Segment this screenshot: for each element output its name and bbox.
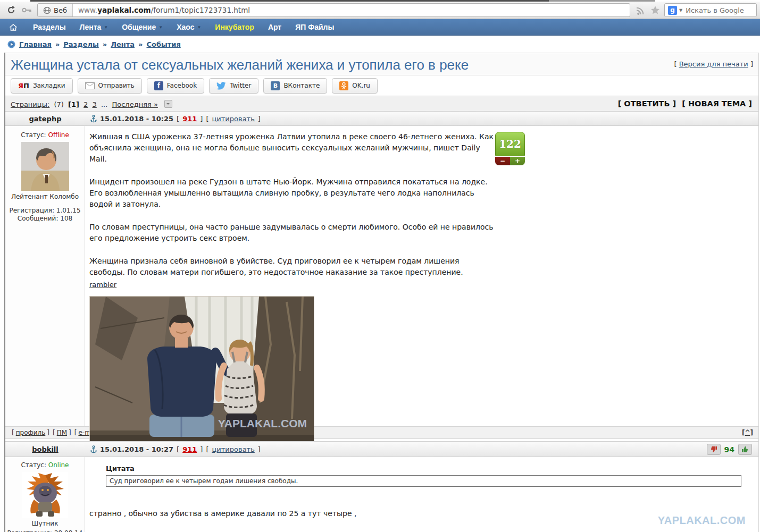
- quote-box: Суд приговорил ее к четырем годам лишени…: [106, 475, 741, 487]
- post2-comment: странно , обычно за убиства в америке да…: [89, 509, 748, 518]
- home-icon[interactable]: [7, 21, 19, 33]
- tab-edge-light: [549, 0, 655, 2]
- post2-user-title: Шутник: [5, 520, 85, 527]
- nav-item-lenta[interactable]: Лента▼: [80, 23, 108, 31]
- post1-content: 122 − + Жившая в США уроженка 37-летняя …: [85, 126, 758, 426]
- twitter-share-button[interactable]: Twitter: [209, 78, 258, 94]
- new-topic-button[interactable]: [ НОВАЯ ТЕМА ]: [682, 99, 752, 108]
- post2-vote-box: 94: [707, 444, 752, 455]
- post1-user-stats: Регистрация: 1.01.15 Сообщений: 108: [5, 207, 85, 223]
- bookmark-star-icon[interactable]: [649, 4, 661, 16]
- url-text: www.yaplakal.com/forum1/topic1723731.htm…: [73, 6, 255, 14]
- pages-label[interactable]: Страницы:: [11, 100, 49, 108]
- pages-count: (7): [54, 100, 63, 108]
- pages-ellipsis: ...: [101, 100, 107, 108]
- search-input[interactable]: [684, 6, 753, 15]
- nav-item-razdely[interactable]: Разделы: [33, 23, 66, 31]
- post1-date: 15.01.2018 - 10:25: [100, 115, 173, 123]
- post-rating-widget: 122 − +: [495, 132, 525, 165]
- post2-author-link[interactable]: bobkill: [32, 445, 59, 453]
- nav-item-khaos[interactable]: Хаос▼: [177, 23, 201, 31]
- topic-title-panel: Женщина устала от сексуальных желаний же…: [5, 53, 758, 75]
- post1-avatar: [21, 142, 69, 191]
- post2-number-link[interactable]: 911: [182, 445, 197, 453]
- reload-icon[interactable]: [5, 4, 17, 16]
- chevron-down-icon: ▼: [197, 25, 201, 30]
- last-page-link[interactable]: Последняя »: [112, 100, 157, 108]
- facebook-icon: f: [154, 81, 163, 90]
- post1-paragraph: По словам преступницы, она часто раньше …: [89, 222, 495, 244]
- post2-registration: Регистрация: 28.08.14: [5, 529, 85, 532]
- back-to-top-link[interactable]: [^]: [742, 429, 753, 436]
- page-2-link[interactable]: 2: [83, 100, 88, 108]
- profile-link[interactable]: профиль: [16, 429, 46, 436]
- post1-paragraph: Инцидент произошел на реке Гудзон в штат…: [89, 176, 495, 210]
- thumb-up-button[interactable]: [738, 444, 752, 455]
- post1-message-count: Сообщений: 108: [5, 215, 85, 223]
- post1-photo: YAPLAKAL.COM: [89, 296, 314, 446]
- breadcrumb-separator: »: [138, 40, 143, 48]
- nav-item-obshchenie[interactable]: Общение▼: [122, 23, 163, 31]
- open-all-pages-icon[interactable]: [164, 100, 172, 108]
- ok-share-button[interactable]: OK.ru: [332, 78, 378, 94]
- post1-quote-link[interactable]: цитировать: [212, 115, 254, 123]
- rate-minus-button[interactable]: −: [495, 157, 510, 165]
- breadcrumb-separator: »: [103, 40, 107, 48]
- globe-icon: [43, 6, 51, 14]
- yap-logo-icon: ЯП: [18, 82, 29, 90]
- vkontakte-icon: В: [271, 81, 280, 90]
- site-identity-label: Веб: [54, 6, 67, 14]
- browser-toolbar: Веб www.yaplakal.com/forum1/topic1723731…: [0, 2, 760, 19]
- send-button[interactable]: Отправить: [78, 78, 142, 94]
- print-version-link[interactable]: Версия для печати: [679, 60, 748, 68]
- status-online-badge: Online: [48, 461, 69, 469]
- page-title: Женщина устала от сексуальных желаний же…: [5, 53, 758, 73]
- content-frame: Женщина устала от сексуальных желаний же…: [4, 53, 759, 532]
- page-3-link[interactable]: 3: [93, 100, 97, 108]
- post1-author-link[interactable]: gatephp: [29, 115, 62, 123]
- pm-link[interactable]: ПМ: [57, 429, 67, 436]
- post1-registration: Регистрация: 1.01.15: [5, 207, 85, 215]
- breadcrumb-home[interactable]: Главная: [19, 40, 52, 48]
- url-bar[interactable]: Веб www.yaplakal.com/forum1/topic1723731…: [37, 3, 630, 17]
- browser-tabstrip: [0, 0, 760, 2]
- envelope-icon: [85, 82, 95, 89]
- post1-number-link[interactable]: 911: [182, 115, 197, 123]
- breadcrumb-razdely[interactable]: Разделы: [63, 40, 98, 48]
- nav-item-art[interactable]: Арт: [268, 23, 281, 31]
- anchor-permalink-icon[interactable]: [90, 115, 97, 123]
- rate-plus-button[interactable]: +: [510, 157, 525, 165]
- search-engine-caret-icon[interactable]: ▼: [679, 8, 682, 13]
- twitter-icon: [216, 82, 226, 90]
- post2-header: bobkill 15.01.2018 - 10:27 [ 911 ] [ цит…: [5, 441, 758, 457]
- breadcrumb-sobytiya[interactable]: События: [146, 40, 180, 48]
- nav-item-yap-files[interactable]: ЯП Файлы: [295, 23, 334, 31]
- breadcrumb-lenta[interactable]: Лента: [111, 40, 135, 48]
- post2-user-panel: Статус: Online Шутник: [5, 457, 85, 532]
- yaplakal-forum-page: Веб www.yaplakal.com/forum1/topic1723731…: [0, 0, 760, 532]
- quote-section: Цитата Суд приговорил ее к четырем годам…: [106, 465, 748, 487]
- facebook-share-button[interactable]: f Facebook: [147, 78, 204, 94]
- site-watermark: YAPLAKAL.COM: [658, 514, 746, 527]
- source-link-rambler[interactable]: rambler: [89, 281, 116, 289]
- key-icon[interactable]: [21, 4, 33, 16]
- post2-quote-link[interactable]: цитировать: [212, 445, 254, 453]
- vk-share-button[interactable]: В ВКонтакте: [263, 78, 327, 94]
- photo-watermark: YAPLAKAL.COM: [218, 417, 307, 429]
- site-navbar: Разделы Лента▼ Общение▼ Хаос▼ Инкубатор …: [0, 19, 760, 36]
- anchor-permalink-icon[interactable]: [90, 445, 97, 453]
- chevron-down-icon: ▼: [104, 25, 108, 30]
- thumb-down-button[interactable]: [707, 444, 721, 455]
- nav-item-inkubator[interactable]: Инкубатор: [215, 23, 254, 31]
- site-identity-button[interactable]: Веб: [38, 4, 73, 16]
- post2-body: Статус: Online Шутник: [5, 457, 758, 532]
- post2-date: 15.01.2018 - 10:27: [100, 445, 173, 453]
- yap-bookmarks-button[interactable]: ЯП Закладки: [11, 78, 73, 94]
- page-current: [1]: [68, 100, 79, 108]
- print-version: [ Версия для печати ]: [674, 60, 753, 68]
- share-row: ЯП Закладки Отправить f Facebook Twitter…: [5, 75, 758, 96]
- toolbar-right: g ▼: [634, 3, 757, 17]
- rating-value: 122: [495, 132, 525, 156]
- rss-icon[interactable]: [634, 4, 646, 16]
- reply-button[interactable]: [ ОТВЕТИТЬ ]: [618, 99, 677, 108]
